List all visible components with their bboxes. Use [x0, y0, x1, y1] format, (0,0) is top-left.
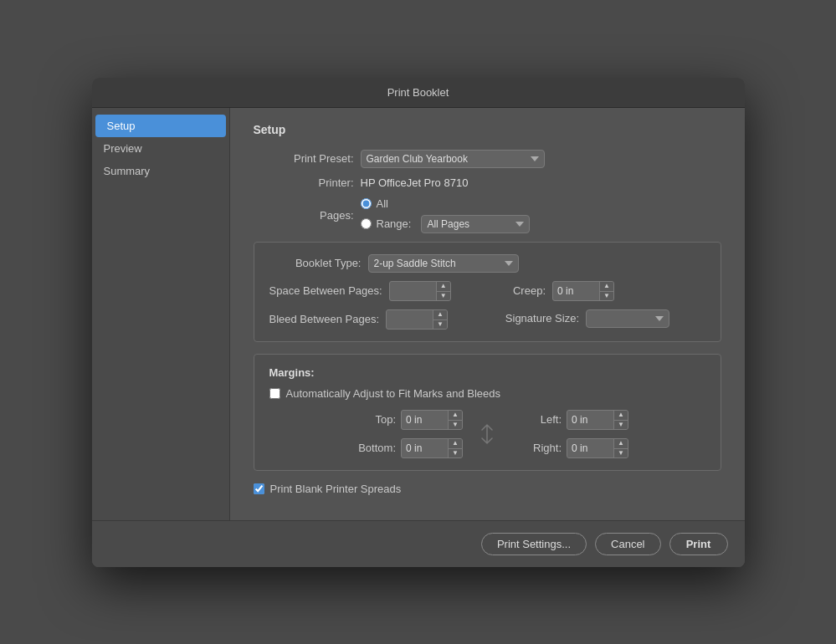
dialog-title: Print Booklet	[387, 86, 449, 99]
left-up[interactable]: ▲	[614, 411, 628, 420]
booklet-type-select[interactable]: 2-up Saddle Stitch 2-up Perfect Bound Co…	[368, 254, 519, 273]
space-between-up[interactable]: ▲	[437, 282, 450, 291]
print-settings-button[interactable]: Print Settings...	[481, 533, 587, 555]
creep-up[interactable]: ▲	[600, 282, 613, 291]
print-blank-label: Print Blank Printer Spreads	[270, 483, 402, 495]
right-input[interactable]	[567, 440, 613, 457]
dialog-body: Setup Preview Summary Setup Print Preset…	[92, 108, 745, 520]
auto-adjust-checkbox[interactable]	[269, 388, 280, 399]
bleed-between-up[interactable]: ▲	[433, 310, 447, 319]
top-row: Top: ▲ ▼	[346, 410, 463, 430]
top-input[interactable]	[402, 411, 448, 428]
sidebar: Setup Preview Summary	[92, 108, 230, 520]
pages-radio-group: All Range: All Pages Even Pages Odd Page…	[361, 197, 531, 233]
bleed-between-spinner: ▲ ▼	[386, 309, 448, 330]
pages-all-radio[interactable]	[361, 198, 372, 209]
left-spinner: ▲ ▼	[567, 410, 628, 430]
print-blank-row: Print Blank Printer Spreads	[254, 483, 721, 495]
auto-adjust-label: Automatically Adjust to Fit Marks and Bl…	[286, 387, 501, 400]
print-blank-checkbox[interactable]	[254, 483, 264, 494]
print-preset-select[interactable]: Garden Club Yearbook [Custom] Default	[361, 150, 545, 168]
signature-size-label: Signature Size:	[495, 312, 579, 325]
bleed-between-input[interactable]	[387, 311, 433, 328]
bottom-up[interactable]: ▲	[449, 439, 462, 448]
booklet-type-label: Booklet Type:	[269, 257, 362, 269]
pages-range-select[interactable]: All Pages Even Pages Odd Pages	[421, 215, 530, 233]
bottom-row: Bottom: ▲ ▼	[346, 438, 463, 458]
bottom-down[interactable]: ▼	[449, 448, 462, 457]
creep-down[interactable]: ▼	[600, 291, 613, 300]
creep-input[interactable]	[553, 283, 599, 299]
pages-range-radio[interactable]	[361, 218, 372, 229]
print-button[interactable]: Print	[669, 533, 728, 555]
pages-range-row: Range: All Pages Even Pages Odd Pages	[361, 215, 531, 233]
creep-label: Creep:	[495, 284, 546, 297]
right-row: Right: ▲ ▼	[511, 438, 628, 458]
creep-spinner: ▲ ▼	[552, 281, 614, 301]
space-between-spinner: ▲ ▼	[389, 281, 451, 301]
margins-title: Margins:	[269, 366, 705, 379]
cancel-button[interactable]: Cancel	[595, 533, 660, 555]
left-row: Left: ▲ ▼	[511, 410, 628, 430]
bleed-between-down[interactable]: ▼	[433, 319, 447, 329]
pages-range-label: Range:	[377, 217, 412, 230]
signature-size-select[interactable]: 4 8 16	[586, 309, 669, 328]
space-between-label: Space Between Pages:	[269, 284, 382, 297]
section-title: Setup	[254, 123, 721, 136]
left-down[interactable]: ▼	[614, 420, 628, 429]
booklet-options-grid: Space Between Pages: ▲ ▼	[269, 281, 705, 330]
booklet-panel: Booklet Type: 2-up Saddle Stitch 2-up Pe…	[254, 242, 721, 342]
right-label: Right:	[511, 442, 562, 454]
sidebar-item-preview[interactable]: Preview	[92, 137, 229, 160]
left-label: Left:	[511, 413, 562, 426]
space-between-down[interactable]: ▼	[437, 291, 450, 300]
footer: Print Settings... Cancel Print	[92, 520, 745, 567]
title-bar: Print Booklet	[92, 78, 745, 108]
margins-right-col: Left: ▲ ▼ Right:	[511, 410, 628, 458]
bottom-input[interactable]	[402, 440, 448, 457]
link-icon	[480, 423, 495, 445]
bottom-label: Bottom:	[346, 442, 396, 454]
signature-size-row: Signature Size: 4 8 16	[495, 309, 705, 330]
printer-value: HP OfficeJet Pro 8710	[361, 176, 469, 189]
print-preset-row: Print Preset: Garden Club Yearbook [Cust…	[254, 150, 721, 168]
booklet-type-row: Booklet Type: 2-up Saddle Stitch 2-up Pe…	[269, 254, 705, 273]
top-spinner: ▲ ▼	[401, 410, 463, 430]
margins-panel: Margins: Automatically Adjust to Fit Mar…	[254, 354, 721, 471]
print-preset-label: Print Preset:	[254, 152, 354, 165]
printer-row: Printer: HP OfficeJet Pro 8710	[254, 176, 721, 189]
pages-row: Pages: All Range: All Pages Even Pages O…	[254, 197, 721, 233]
pages-label: Pages:	[254, 209, 354, 222]
margins-left-col: Top: ▲ ▼ Bottom:	[346, 410, 463, 458]
print-booklet-dialog: Print Booklet Setup Preview Summary Setu…	[92, 78, 745, 567]
space-between-input[interactable]	[390, 283, 436, 299]
bleed-between-label: Bleed Between Pages:	[269, 313, 380, 325]
pages-all-label: All	[377, 197, 388, 210]
printer-label: Printer:	[254, 176, 354, 189]
sidebar-item-setup[interactable]: Setup	[95, 115, 226, 137]
right-down[interactable]: ▼	[614, 448, 628, 457]
top-up[interactable]: ▲	[449, 411, 462, 420]
right-spinner: ▲ ▼	[567, 438, 628, 458]
top-down[interactable]: ▼	[449, 420, 462, 429]
margins-inputs: Top: ▲ ▼ Bottom:	[269, 410, 705, 458]
creep-row: Creep: ▲ ▼	[495, 281, 705, 301]
sidebar-item-summary[interactable]: Summary	[92, 160, 229, 182]
main-content: Setup Print Preset: Garden Club Yearbook…	[230, 108, 745, 520]
auto-adjust-row: Automatically Adjust to Fit Marks and Bl…	[269, 387, 705, 400]
pages-all-row: All	[361, 197, 531, 210]
bleed-between-row: Bleed Between Pages: ▲ ▼	[269, 309, 480, 330]
top-label: Top:	[346, 413, 396, 426]
right-up[interactable]: ▲	[614, 439, 628, 448]
space-between-row: Space Between Pages: ▲ ▼	[269, 281, 480, 301]
left-input[interactable]	[567, 411, 613, 428]
bottom-spinner: ▲ ▼	[401, 438, 463, 458]
